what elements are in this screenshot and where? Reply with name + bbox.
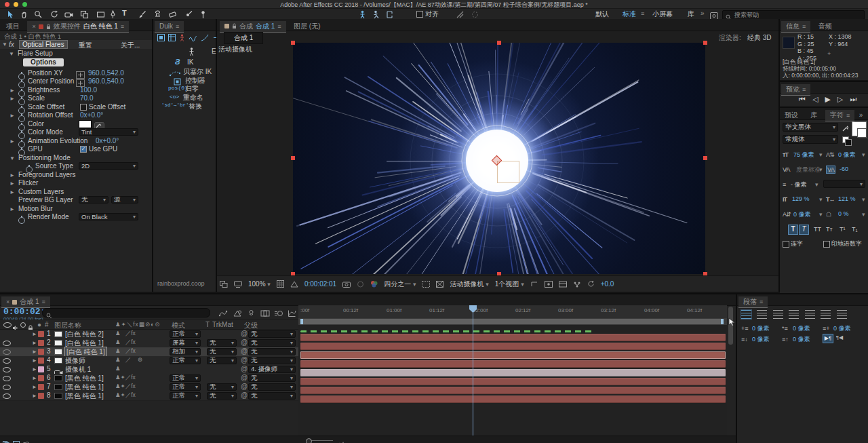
- duik-rename-button[interactable]: 重命名: [183, 93, 203, 102]
- workspace-standard[interactable]: 标准: [623, 9, 636, 19]
- visibility-eye-icon[interactable]: [3, 367, 11, 372]
- magnification-dropdown[interactable]: 100% ▾: [248, 280, 271, 288]
- layer-label-chip[interactable]: [38, 375, 44, 381]
- shy-icon[interactable]: [247, 308, 256, 320]
- effect-reset-button[interactable]: 重置: [79, 41, 92, 50]
- duik-wave-icon[interactable]: [189, 34, 197, 41]
- motion-blur-icon[interactable]: [274, 308, 283, 320]
- justify-last-right-button[interactable]: [821, 310, 831, 319]
- view-layout-dropdown[interactable]: 1个视图 ▾: [495, 280, 524, 289]
- type-tool-icon[interactable]: T: [122, 9, 127, 17]
- selection-handle[interactable]: [497, 41, 501, 45]
- pixel-aspect-icon[interactable]: [530, 281, 538, 288]
- layer-bar-8[interactable]: [300, 396, 726, 403]
- parent-dropdown[interactable]: 4. 摄像师▾: [248, 366, 296, 373]
- layer-row-6[interactable]: ► 6 [黑色 纯色 1] ♟✦／fx 正常▾ @ 无▾: [0, 374, 298, 383]
- first-frame-button[interactable]: ⏮: [799, 95, 806, 104]
- group-expander[interactable]: ►: [9, 172, 15, 178]
- param-expander[interactable]: ►: [9, 113, 15, 119]
- layer-bar-3-selected[interactable]: [300, 351, 726, 359]
- parent-dropdown[interactable]: 无▾: [248, 374, 296, 382]
- layer-bar-1[interactable]: [300, 334, 726, 341]
- parent-dropdown[interactable]: 无▾: [248, 330, 296, 338]
- parent-pickwhip-icon[interactable]: @: [241, 347, 248, 355]
- color-swatch[interactable]: [79, 120, 92, 128]
- layer-bar-5-camera[interactable]: [300, 369, 726, 377]
- color-mode-dropdown[interactable]: Tint▾: [79, 128, 138, 136]
- duik-frame-icon[interactable]: [157, 34, 165, 41]
- selection-handle[interactable]: [291, 156, 295, 160]
- blend-mode-dropdown[interactable]: 正常▾: [170, 357, 201, 364]
- panel-menu-icon[interactable]: ≡: [846, 112, 850, 119]
- blend-mode-dropdown[interactable]: 正常▾: [170, 374, 201, 382]
- visibility-eye-icon[interactable]: [3, 358, 11, 364]
- frame-blend-icon[interactable]: [260, 308, 270, 320]
- play-button[interactable]: ▶: [825, 95, 831, 104]
- workspace-standard-menu-icon[interactable]: ≡: [641, 10, 644, 17]
- channels-icon[interactable]: [370, 280, 378, 288]
- trkmat-dropdown[interactable]: 无▾: [207, 392, 237, 400]
- duik-grid-icon[interactable]: [168, 34, 176, 41]
- align-right-button[interactable]: [773, 310, 783, 319]
- mask-visibility-icon[interactable]: [290, 281, 298, 288]
- work-area-track[interactable]: [298, 318, 727, 325]
- parent-column-header[interactable]: 父级: [244, 321, 258, 330]
- faux-bold-button[interactable]: T: [788, 225, 798, 235]
- layer-bar-7[interactable]: [300, 387, 726, 394]
- workspace-small-screen[interactable]: 小屏幕: [652, 9, 673, 19]
- layer-name[interactable]: [黑色 纯色 1]: [65, 374, 104, 383]
- param-expander[interactable]: ►: [9, 88, 15, 94]
- tab-presets[interactable]: 预设: [780, 110, 803, 121]
- group-expander[interactable]: ▼: [9, 155, 15, 161]
- workspace-default[interactable]: 默认: [595, 9, 609, 19]
- options-button[interactable]: Options: [23, 58, 64, 66]
- eyedropper-icon[interactable]: [842, 123, 850, 135]
- hindi-digits-checkbox[interactable]: [823, 241, 830, 248]
- param-value[interactable]: 960.0,542.0: [88, 69, 124, 77]
- view-dropdown[interactable]: 活动摄像机 ▾: [450, 280, 488, 289]
- stroke-width-value[interactable]: - 像素: [791, 180, 807, 189]
- workspace-overflow-icon[interactable]: »: [701, 9, 705, 17]
- layer-label-chip[interactable]: [38, 393, 44, 399]
- leading-value[interactable]: 0 像素: [838, 151, 856, 159]
- ligatures-checkbox[interactable]: [783, 241, 789, 248]
- param-expander[interactable]: ►: [9, 138, 15, 145]
- panel-menu-icon[interactable]: ≡: [176, 23, 179, 30]
- number-column-header[interactable]: #: [45, 321, 49, 328]
- layer-row-3-selected[interactable]: ► 3 [白色 纯色 1] ♟ ／fx 相加▾ 无▾ @ 无▾: [0, 347, 298, 357]
- layer-name[interactable]: [黑色 纯色 1]: [65, 391, 104, 401]
- font-size-caret[interactable]: ▾: [819, 151, 823, 158]
- layer-row-5-camera[interactable]: ► 5 摄像机 1 ♟ @ 4. 摄像师▾: [0, 365, 298, 374]
- comp-canvas[interactable]: [293, 43, 705, 274]
- faux-italic-button[interactable]: T: [799, 225, 809, 235]
- font-size-value[interactable]: 75 像素: [793, 151, 814, 159]
- panel-menu-icon[interactable]: ≡: [277, 23, 281, 30]
- tab-paragraph[interactable]: 段落≡: [738, 296, 768, 308]
- layer-switches[interactable]: ♟: [115, 365, 121, 372]
- preview-bg-source-dropdown[interactable]: 源▾: [111, 196, 138, 204]
- group-expander[interactable]: ►: [9, 189, 15, 195]
- t-column-header[interactable]: T: [205, 321, 210, 328]
- parent-dropdown[interactable]: 无▾: [248, 339, 296, 347]
- align-center-button[interactable]: [757, 310, 767, 319]
- layer-name[interactable]: [白色 纯色 1]: [65, 339, 104, 348]
- justify-last-center-button[interactable]: [805, 310, 815, 319]
- last-frame-button[interactable]: ⏭: [850, 95, 857, 104]
- duik-bezier-ik-button[interactable]: 贝塞尔 IK: [183, 67, 212, 77]
- expand-layers-toggle-icon[interactable]: [3, 438, 9, 443]
- monitor-icon[interactable]: [234, 281, 242, 288]
- duik-ik-button[interactable]: IK: [187, 58, 193, 66]
- baseline-shift-value[interactable]: 0 像素: [793, 210, 811, 219]
- tab-project[interactable]: 项目: [1, 21, 24, 32]
- layer-name[interactable]: [黑色 纯色 1]: [65, 383, 104, 392]
- next-frame-button[interactable]: ▷: [837, 95, 844, 104]
- viewer-subtab[interactable]: 合成 1: [224, 32, 263, 44]
- indent-first-line-value[interactable]: 0 像素: [793, 324, 810, 333]
- layer-row-2[interactable]: ► 2 [白色 纯色 1] ♟ ／fx 屏幕▾ 无▾ @ 无▾: [0, 339, 298, 348]
- tab-composition[interactable]: 合成 合成 1 ≡: [220, 21, 286, 33]
- layer-expander[interactable]: ►: [32, 358, 37, 364]
- motion-blur-toggle-icon[interactable]: [23, 438, 30, 443]
- zoom-slider-knob[interactable]: [306, 438, 312, 443]
- panel-menu-icon[interactable]: ≡: [760, 298, 763, 305]
- work-area-bar[interactable]: [300, 319, 724, 324]
